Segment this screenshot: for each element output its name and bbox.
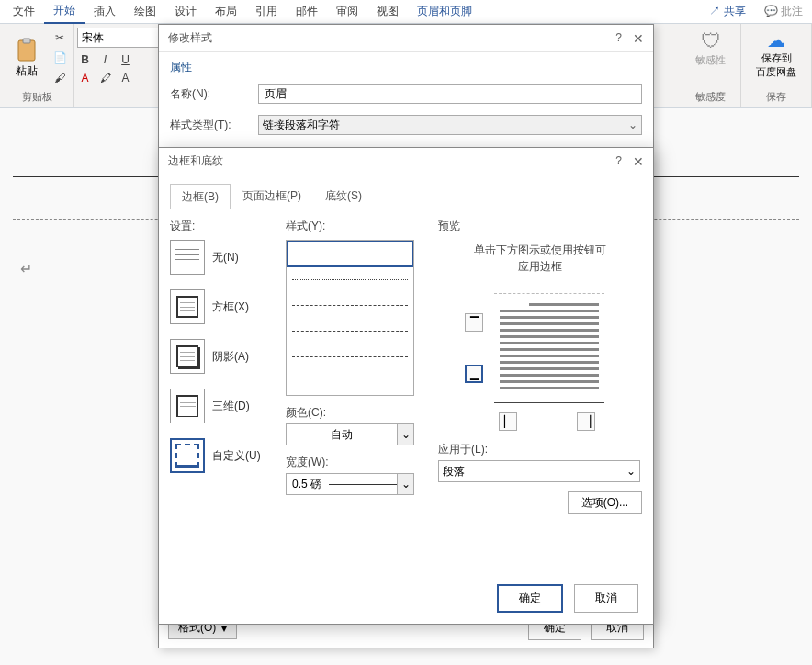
preview-heading: 预览 <box>438 219 642 234</box>
tab-design[interactable]: 设计 <box>165 0 206 23</box>
color-heading: 颜色(C): <box>286 405 423 421</box>
tab-view[interactable]: 视图 <box>367 0 408 23</box>
close-icon[interactable]: ✕ <box>633 154 644 169</box>
format-painter-icon[interactable]: 🖌 <box>51 70 68 86</box>
italic-button[interactable]: I <box>97 51 114 68</box>
style-name-input[interactable] <box>258 84 642 104</box>
tab-file[interactable]: 文件 <box>4 0 44 23</box>
group-clipboard: 粘贴 ✂ 📄 🖌 剪贴板 <box>0 24 74 107</box>
border-bottom-icon: ▁ <box>470 367 479 380</box>
preview-hint: 单击下方图示或使用按钮可应用边框 <box>438 242 642 275</box>
text-effects-button[interactable]: A <box>118 70 134 86</box>
border-top-toggle[interactable]: ▔ <box>465 313 483 332</box>
borders-shading-dialog: 边框和底纹 ? ✕ 边框(B) 页面边框(P) 底纹(S) 设置: 无(N) 方… <box>158 147 654 625</box>
chevron-down-icon: ⌄ <box>397 474 413 494</box>
line-style-dashed-wide[interactable] <box>287 344 413 369</box>
group-save: ☁ 保存到 百度网盘 保存 <box>741 24 812 107</box>
border-right-icon: ▕ <box>582 415 591 428</box>
border-top-icon: ▔ <box>470 316 479 329</box>
settings-heading: 设置: <box>170 219 271 234</box>
setting-shadow[interactable]: 阴影(A) <box>170 339 271 374</box>
setting-shadow-label: 阴影(A) <box>212 349 249 365</box>
baidu-icon[interactable]: ☁ <box>767 29 785 51</box>
style-type-label: 样式类型(T): <box>170 118 258 133</box>
font-name-combo[interactable]: 宋体 <box>77 28 160 48</box>
style-heading: 样式(Y): <box>286 219 423 234</box>
comments-button[interactable]: 💬 批注 <box>759 2 808 21</box>
name-label: 名称(N): <box>170 86 258 102</box>
tab-layout[interactable]: 布局 <box>206 0 246 23</box>
tab-page-border[interactable]: 页面边框(P) <box>231 183 313 209</box>
style-type-value: 链接段落和字符 <box>263 118 340 133</box>
line-style-list[interactable] <box>286 240 414 396</box>
setting-custom[interactable]: 自定义(U) <box>170 438 271 473</box>
borders-tabs: 边框(B) 页面边框(P) 底纹(S) <box>170 183 642 209</box>
paste-button[interactable]: 粘贴 <box>6 38 48 79</box>
border-color-value: 自动 <box>287 427 397 443</box>
sensitivity-icon[interactable]: 🛡 <box>701 29 721 53</box>
properties-heading: 属性 <box>170 60 642 75</box>
line-style-solid[interactable] <box>287 241 413 266</box>
borders-cancel-button[interactable]: 取消 <box>574 584 638 613</box>
bold-button[interactable]: B <box>77 51 94 68</box>
sensitivity-group-label: 敏感度 <box>695 90 726 106</box>
group-font: 宋体 B I U A 🖍 A <box>74 24 163 107</box>
border-width-value: 0.5 磅 <box>292 477 321 492</box>
clipboard-icon <box>16 38 38 63</box>
applyto-select[interactable]: 段落 ⌄ <box>438 460 640 482</box>
border-color-combo[interactable]: 自动 ⌄ <box>286 423 414 445</box>
tab-border[interactable]: 边框(B) <box>170 184 231 209</box>
setting-box-label: 方框(X) <box>212 299 249 315</box>
preview-box: ▔ ▁ ▏ ▕ <box>457 286 623 433</box>
highlight-button[interactable]: 🖍 <box>97 70 114 86</box>
svg-rect-1 <box>23 39 30 43</box>
sensitivity-label: 敏感性 <box>695 53 726 67</box>
help-icon[interactable]: ? <box>615 31 622 46</box>
tab-mailings[interactable]: 邮件 <box>287 0 327 23</box>
applyto-value: 段落 <box>443 464 465 479</box>
tab-home[interactable]: 开始 <box>44 0 85 24</box>
line-style-dotted[interactable] <box>287 266 413 292</box>
copy-icon[interactable]: 📄 <box>51 50 68 66</box>
help-icon[interactable]: ? <box>615 154 622 169</box>
tab-review[interactable]: 审阅 <box>327 0 367 23</box>
tab-draw[interactable]: 绘图 <box>125 0 165 23</box>
modify-dialog-titlebar[interactable]: 修改样式 ? ✕ <box>159 25 653 52</box>
preview-paragraph[interactable] <box>494 293 604 403</box>
border-left-toggle[interactable]: ▏ <box>499 412 517 431</box>
border-options-button[interactable]: 选项(O)... <box>568 491 642 514</box>
share-button[interactable]: ↗ 共享 <box>704 2 750 21</box>
setting-none[interactable]: 无(N) <box>170 240 271 275</box>
setting-box[interactable]: 方框(X) <box>170 289 271 324</box>
chevron-down-icon: ⌄ <box>628 118 637 131</box>
borders-ok-button[interactable]: 确定 <box>497 584 563 613</box>
close-icon[interactable]: ✕ <box>633 31 644 46</box>
group-sensitivity: 🛡 敏感性 敏感度 <box>681 24 741 107</box>
share-icon: ↗ <box>709 5 723 17</box>
save-to-label: 保存到 百度网盘 <box>756 51 796 79</box>
tab-header-footer[interactable]: 页眉和页脚 <box>408 0 481 23</box>
line-style-dashed-short[interactable] <box>287 292 413 318</box>
borders-dialog-titlebar[interactable]: 边框和底纹 ? ✕ <box>159 148 653 175</box>
setting-3d[interactable]: 三维(D) <box>170 389 271 423</box>
underline-button[interactable]: U <box>118 51 134 68</box>
tab-insert[interactable]: 插入 <box>85 0 125 23</box>
font-color-button[interactable]: A <box>77 70 94 86</box>
setting-none-label: 无(N) <box>212 250 239 265</box>
borders-dialog-title: 边框和底纹 <box>168 153 223 169</box>
tab-shading[interactable]: 底纹(S) <box>313 183 374 209</box>
modify-dialog-title: 修改样式 <box>168 30 212 46</box>
line-style-dashed-med[interactable] <box>287 318 413 344</box>
style-type-select[interactable]: 链接段落和字符 ⌄ <box>258 115 642 135</box>
tab-references[interactable]: 引用 <box>246 0 287 23</box>
border-bottom-toggle[interactable]: ▁ <box>465 365 483 383</box>
border-width-combo[interactable]: 0.5 磅 ⌄ <box>286 473 414 495</box>
ribbon-tabs: 文件 开始 插入 绘图 设计 布局 引用 邮件 审阅 视图 页眉和页脚 ↗ 共享… <box>0 0 812 24</box>
cut-icon[interactable]: ✂ <box>51 29 68 46</box>
border-right-toggle[interactable]: ▕ <box>577 412 595 431</box>
border-left-icon: ▏ <box>504 415 513 428</box>
comment-icon: 💬 <box>764 5 781 17</box>
chevron-down-icon: ⌄ <box>626 465 636 478</box>
setting-3d-label: 三维(D) <box>212 399 250 414</box>
width-heading: 宽度(W): <box>286 455 423 470</box>
